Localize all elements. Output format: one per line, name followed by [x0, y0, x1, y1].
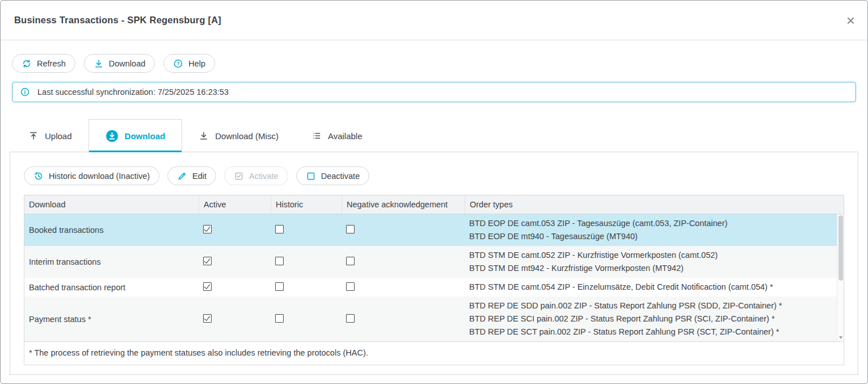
active-checkbox[interactable] — [203, 225, 212, 233]
table-actions: Historic download (Inactive) Edit Activa… — [10, 152, 858, 195]
table-header: Download Active Historic Negative acknow… — [24, 195, 844, 214]
tab-upload[interactable]: Upload — [12, 119, 89, 152]
page-title: Business Transactions - SPK Regensburg [… — [14, 15, 221, 26]
info-icon — [20, 87, 30, 97]
pencil-icon — [177, 171, 187, 181]
tab-bar: Upload Download Download (Misc) Availabl… — [12, 119, 867, 152]
historic-checkbox[interactable] — [275, 314, 284, 323]
toolbar: Refresh Download ? Help — [12, 54, 856, 73]
help-button[interactable]: ? Help — [163, 54, 215, 73]
column-header-negative-acknowledgement: Negative acknowledgement — [342, 195, 465, 214]
tab-available-label: Available — [328, 131, 363, 141]
download-cell: Batched transaction report — [24, 283, 199, 292]
table-body: Booked transactions BTD EOP DE camt.053 … — [24, 214, 844, 341]
vertical-scrollbar[interactable] — [837, 214, 844, 341]
column-header-download: Download — [24, 195, 199, 214]
edit-button[interactable]: Edit — [167, 166, 216, 185]
deactivate-label: Deactivate — [321, 172, 360, 181]
download-cell: Booked transactions — [24, 226, 199, 235]
titlebar: Business Transactions - SPK Regensburg [… — [1, 1, 867, 40]
historic-checkbox[interactable] — [275, 225, 284, 233]
sync-info-banner: Last successful synchronization: 7/25/20… — [12, 82, 856, 102]
order-type-line: BTD REP DE SCI pain.002 ZIP - Status Rep… — [469, 312, 832, 325]
footnote: * The process of retrieving the payment … — [24, 341, 844, 365]
download-icon — [94, 59, 104, 69]
order-type-line: BTD STM DE camt.052 ZIP - Kurzfristige V… — [469, 249, 832, 262]
download-cell: Payment status * — [24, 315, 199, 324]
checkbox-checked-icon — [234, 171, 244, 181]
refresh-icon — [22, 59, 32, 69]
activate-button[interactable]: Activate — [224, 166, 288, 185]
column-header-order-types: Order types — [465, 195, 844, 214]
order-types-cell: BTD STM DE camt.052 ZIP - Kurzfristige V… — [465, 249, 844, 275]
negative-ack-checkbox[interactable] — [346, 257, 355, 265]
negative-ack-checkbox[interactable] — [346, 282, 355, 291]
help-icon: ? — [173, 59, 183, 69]
negative-ack-checkbox[interactable] — [346, 314, 355, 323]
order-types-cell: BTD EOP DE camt.053 ZIP - Tagesauszüge (… — [465, 217, 844, 243]
download-button[interactable]: Download — [84, 54, 155, 73]
upload-icon — [28, 131, 39, 141]
download-tab-panel: Historic download (Inactive) Edit Activa… — [10, 152, 858, 375]
order-type-line: BTD STM DE camt.054 ZIP - Einzelumsätze,… — [469, 281, 832, 294]
list-icon — [311, 131, 322, 141]
tab-download-misc-label: Download (Misc) — [215, 131, 279, 141]
order-type-line: BTD STM DE mt942 - Kurzfristige Vormerkp… — [469, 262, 832, 275]
tab-available[interactable]: Available — [295, 119, 379, 152]
order-types-cell: BTD REP DE SDD pain.002 ZIP - Status Rep… — [465, 299, 844, 339]
historic-download-button[interactable]: Historic download (Inactive) — [24, 166, 159, 185]
historic-checkbox[interactable] — [275, 257, 284, 265]
historic-checkbox[interactable] — [275, 282, 284, 291]
order-type-line: BTD REP DE SCT pain.002 ZIP - Status Rep… — [469, 325, 832, 339]
tab-download[interactable]: Download — [89, 119, 183, 152]
order-type-line: BTD REP DE SDD pain.002 ZIP - Status Rep… — [469, 299, 832, 312]
checkbox-empty-icon — [306, 171, 316, 181]
order-type-line: BTD EOP DE camt.053 ZIP - Tagesauszüge (… — [469, 217, 832, 230]
close-icon[interactable]: × — [846, 13, 855, 28]
edit-label: Edit — [192, 172, 207, 181]
table-row[interactable]: Interim transactions BTD STM DE camt.052… — [24, 246, 844, 278]
scrollbar-thumb[interactable] — [838, 215, 843, 281]
business-transactions-dialog: Business Transactions - SPK Regensburg [… — [0, 0, 868, 384]
download-circle-icon — [106, 130, 119, 143]
table-row[interactable]: Payment status * BTD REP DE SDD pain.002… — [24, 297, 844, 341]
refresh-label: Refresh — [37, 59, 66, 68]
column-header-active: Active — [199, 195, 271, 214]
historic-download-label: Historic download (Inactive) — [49, 172, 150, 181]
scroll-down-arrow-icon[interactable] — [839, 336, 842, 339]
download-label: Download — [109, 59, 146, 68]
help-label: Help — [188, 59, 205, 68]
active-checkbox[interactable] — [203, 314, 212, 323]
table-row[interactable]: Batched transaction report BTD STM DE ca… — [24, 278, 844, 297]
history-icon — [33, 171, 44, 181]
deactivate-button[interactable]: Deactivate — [296, 166, 370, 185]
tab-download-label: Download — [125, 131, 166, 141]
active-checkbox[interactable] — [203, 282, 212, 291]
active-checkbox[interactable] — [203, 257, 212, 265]
download-cell: Interim transactions — [24, 257, 199, 266]
column-header-historic: Historic — [271, 195, 342, 214]
sync-info-text: Last successful synchronization: 7/25/20… — [37, 87, 229, 97]
negative-ack-checkbox[interactable] — [346, 225, 355, 233]
tab-upload-label: Upload — [45, 131, 72, 141]
table-row[interactable]: Booked transactions BTD EOP DE camt.053 … — [24, 214, 844, 246]
svg-text:?: ? — [177, 61, 180, 66]
activate-label: Activate — [249, 172, 279, 181]
refresh-button[interactable]: Refresh — [12, 54, 75, 73]
order-types-cell: BTD STM DE camt.054 ZIP - Einzelumsätze,… — [465, 281, 844, 294]
downloads-table: Download Active Historic Negative acknow… — [24, 195, 844, 365]
order-type-line: BTD EOP DE mt940 - Tagesauszüge (MT940) — [469, 230, 832, 243]
download-misc-icon — [199, 131, 209, 141]
tab-download-misc[interactable]: Download (Misc) — [182, 119, 295, 152]
